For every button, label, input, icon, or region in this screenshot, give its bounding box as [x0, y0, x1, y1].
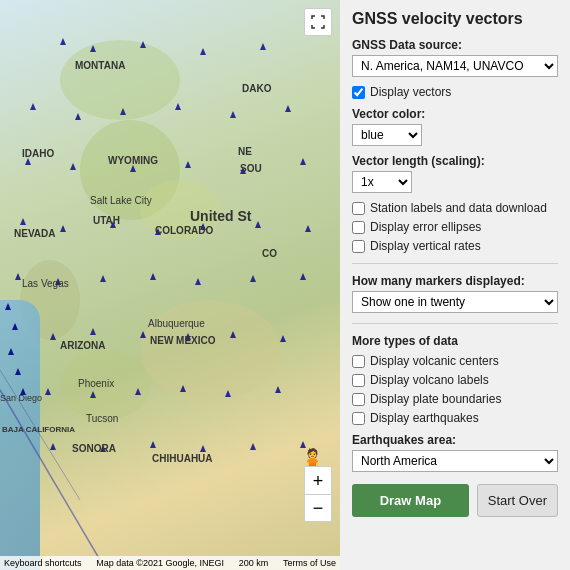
map-label-sandiego: San Diego [0, 393, 42, 403]
svg-marker-19 [20, 218, 26, 225]
svg-marker-20 [60, 225, 66, 232]
svg-marker-39 [90, 328, 96, 335]
vector-color-select[interactable]: blue red green black [352, 124, 422, 146]
map-label-phoenix: Phoenix [78, 378, 114, 389]
station-labels-checkbox[interactable] [352, 202, 365, 215]
map-label-ne: NE [238, 146, 252, 157]
vector-length-select[interactable]: 0.5x 1x 2x 4x [352, 171, 412, 193]
ocean-area [0, 300, 40, 570]
svg-marker-6 [260, 43, 266, 50]
more-data-label: More types of data [352, 334, 558, 348]
plate-boundaries-row: Display plate boundaries [352, 392, 558, 406]
svg-marker-8 [75, 113, 81, 120]
vector-color-label: Vector color: [352, 107, 558, 121]
map-container[interactable]: MONTANA IDAHO WYOMING NEVADA UTAH COLORA… [0, 0, 340, 570]
volcanic-centers-checkbox[interactable] [352, 355, 365, 368]
markers-label: How many markers displayed: [352, 274, 558, 288]
svg-marker-16 [185, 161, 191, 168]
action-buttons: Draw Map Start Over [352, 484, 558, 517]
svg-marker-28 [100, 275, 106, 282]
svg-marker-54 [250, 443, 256, 450]
keyboard-shortcuts-link[interactable]: Keyboard shortcuts [4, 558, 82, 568]
zoom-in-button[interactable]: + [304, 466, 332, 494]
map-label-newmexico: NEW MEXICO [150, 335, 216, 346]
display-error-row: Display error ellipses [352, 220, 558, 234]
plate-boundaries-label[interactable]: Display plate boundaries [370, 392, 501, 406]
display-vectors-checkbox[interactable] [352, 86, 365, 99]
map-label-wyoming: WYOMING [108, 155, 158, 166]
map-label-albuquerque: Albuquerque [148, 318, 205, 329]
map-background: MONTANA IDAHO WYOMING NEVADA UTAH COLORA… [0, 0, 340, 570]
volcanic-centers-label[interactable]: Display volcanic centers [370, 354, 499, 368]
station-labels-label[interactable]: Station labels and data download [370, 201, 547, 215]
draw-map-button[interactable]: Draw Map [352, 484, 469, 517]
svg-marker-7 [30, 103, 36, 110]
map-label-lasvegas: Las Vegas [22, 278, 69, 289]
map-label-nevada: NEVADA [14, 228, 55, 239]
terrain-patch [60, 40, 180, 120]
volcano-labels-checkbox[interactable] [352, 374, 365, 387]
svg-marker-30 [195, 278, 201, 285]
station-labels-row: Station labels and data download [352, 201, 558, 215]
map-label-tucson: Tucson [86, 413, 118, 424]
svg-marker-2 [60, 38, 66, 45]
vector-length-label: Vector length (scaling): [352, 154, 558, 168]
svg-marker-50 [50, 443, 56, 450]
svg-marker-26 [15, 273, 21, 280]
earthquakes-checkbox[interactable] [352, 412, 365, 425]
display-vertical-row: Display vertical rates [352, 239, 558, 253]
map-label-montana: MONTANA [75, 60, 125, 71]
svg-marker-49 [275, 386, 281, 393]
earthquakes-label[interactable]: Display earthquakes [370, 411, 479, 425]
map-label-utah: UTAH [93, 215, 120, 226]
display-vectors-row: Display vectors [352, 85, 558, 99]
svg-marker-43 [280, 335, 286, 342]
divider-2 [352, 323, 558, 324]
svg-marker-14 [70, 163, 76, 170]
map-label-sou: SOU [240, 163, 262, 174]
earthquakes-area-select[interactable]: North America Global Western US [352, 450, 558, 472]
terms-of-use-link[interactable]: Terms of Use [283, 558, 336, 568]
data-source-label: GNSS Data source: [352, 38, 558, 52]
panel-title: GNSS velocity vectors [352, 10, 558, 28]
start-over-button[interactable]: Start Over [477, 484, 558, 517]
volcano-labels-row: Display volcano labels [352, 373, 558, 387]
display-error-label[interactable]: Display error ellipses [370, 220, 481, 234]
zoom-out-button[interactable]: − [304, 494, 332, 522]
map-label-dako: DAKO [242, 83, 271, 94]
terrain-patch [140, 300, 280, 400]
map-footer: Keyboard shortcuts Map data ©2021 Google… [0, 556, 340, 570]
display-vertical-checkbox[interactable] [352, 240, 365, 253]
svg-marker-53 [200, 445, 206, 452]
svg-marker-24 [255, 221, 261, 228]
earthquakes-area-label: Earthquakes area: [352, 433, 558, 447]
markers-select[interactable]: Show all Show one in five Show one in te… [352, 291, 558, 313]
data-source-select[interactable]: N. America, NAM14, UNAVCO [352, 55, 558, 77]
zoom-controls: + − [304, 466, 332, 522]
earthquakes-row: Display earthquakes [352, 411, 558, 425]
divider-1 [352, 263, 558, 264]
map-label-sonora: SONORA [72, 443, 116, 454]
volcanic-centers-row: Display volcanic centers [352, 354, 558, 368]
volcano-labels-label[interactable]: Display volcano labels [370, 373, 489, 387]
svg-marker-12 [285, 105, 291, 112]
svg-marker-52 [150, 441, 156, 448]
map-data-attribution: Map data ©2021 Google, INEGI [96, 558, 224, 568]
svg-marker-32 [300, 273, 306, 280]
scale-indicator: 200 km [239, 558, 269, 568]
svg-marker-31 [250, 275, 256, 282]
svg-marker-11 [230, 111, 236, 118]
display-vertical-label[interactable]: Display vertical rates [370, 239, 481, 253]
map-label-colorado: COLORADO [155, 225, 213, 236]
map-label-unitedst: United St [190, 208, 251, 224]
svg-marker-44 [45, 388, 51, 395]
svg-marker-13 [25, 158, 31, 165]
display-error-checkbox[interactable] [352, 221, 365, 234]
map-label-slc: Salt Lake City [90, 195, 152, 206]
plate-boundaries-checkbox[interactable] [352, 393, 365, 406]
svg-marker-10 [175, 103, 181, 110]
fullscreen-button[interactable] [304, 8, 332, 36]
map-label-baja: BAJA CALIFORNIA [2, 425, 75, 434]
display-vectors-label[interactable]: Display vectors [370, 85, 451, 99]
svg-marker-29 [150, 273, 156, 280]
